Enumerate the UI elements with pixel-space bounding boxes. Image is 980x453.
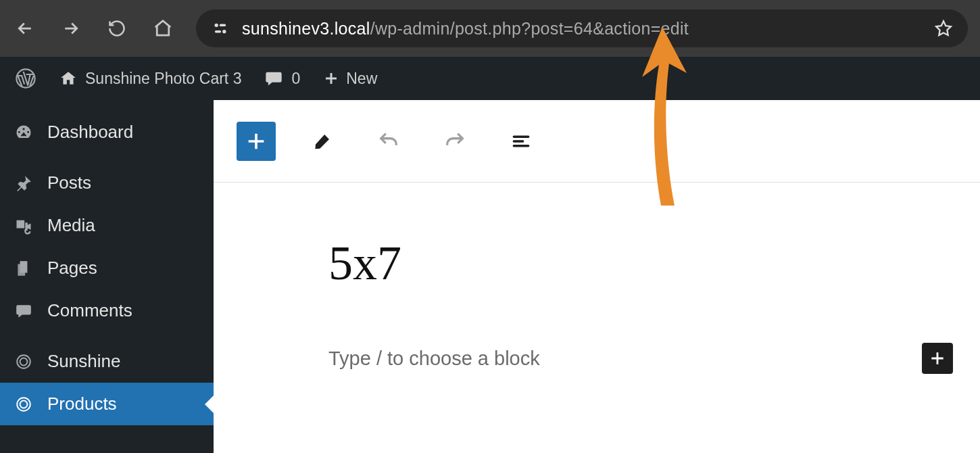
inline-add-block-button[interactable] bbox=[922, 343, 953, 374]
dashboard-icon bbox=[14, 122, 34, 143]
sidebar-item-label: Products bbox=[47, 394, 117, 414]
pages-icon bbox=[14, 258, 34, 279]
sunshine-icon bbox=[14, 352, 34, 372]
bookmark-star-icon[interactable] bbox=[934, 19, 953, 38]
browser-toolbar: sunshinev3.local/wp-admin/post.php?post=… bbox=[0, 0, 980, 57]
sidebar-item-dashboard[interactable]: Dashboard bbox=[0, 111, 214, 153]
site-name-label: Sunshine Photo Cart 3 bbox=[85, 70, 241, 88]
comments-count: 0 bbox=[291, 70, 300, 88]
sidebar-item-label: Media bbox=[47, 215, 95, 236]
sidebar-item-pages[interactable]: Pages bbox=[0, 247, 214, 289]
svg-point-0 bbox=[214, 24, 218, 27]
wp-admin-bar: Sunshine Photo Cart 3 0 New bbox=[0, 57, 980, 100]
home-button[interactable] bbox=[150, 16, 176, 41]
url-text: sunshinev3.local/wp-admin/post.php?post=… bbox=[242, 19, 922, 39]
sidebar-item-posts[interactable]: Posts bbox=[0, 162, 214, 204]
comment-icon bbox=[14, 301, 34, 321]
svg-point-6 bbox=[20, 358, 28, 365]
sidebar-item-products[interactable]: Products bbox=[0, 383, 214, 425]
sidebar-item-label: Sunshine bbox=[47, 351, 120, 372]
sidebar-item-comments[interactable]: Comments bbox=[0, 289, 214, 332]
document-overview-button[interactable] bbox=[501, 122, 541, 161]
block-inserter-button[interactable] bbox=[237, 122, 276, 161]
svg-point-7 bbox=[17, 398, 30, 411]
sidebar-item-sunshine[interactable]: Sunshine bbox=[0, 340, 214, 383]
plus-icon bbox=[323, 70, 339, 87]
sidebar-item-label: Pages bbox=[47, 258, 97, 279]
svg-point-5 bbox=[17, 355, 30, 368]
svg-rect-1 bbox=[220, 24, 226, 27]
sunshine-icon bbox=[14, 394, 34, 414]
svg-rect-3 bbox=[215, 30, 221, 33]
address-bar[interactable]: sunshinev3.local/wp-admin/post.php?post=… bbox=[196, 9, 968, 47]
block-placeholder[interactable]: Type / to choose a block bbox=[328, 343, 865, 374]
editor-canvas[interactable]: 5x7 Type / to choose a block bbox=[214, 183, 980, 453]
media-icon bbox=[14, 216, 34, 236]
back-button[interactable] bbox=[12, 16, 38, 41]
edit-tool-button[interactable] bbox=[303, 122, 342, 161]
redo-button[interactable] bbox=[435, 122, 474, 161]
reload-button[interactable] bbox=[104, 16, 130, 41]
sidebar-item-label: Posts bbox=[47, 172, 91, 193]
forward-button[interactable] bbox=[58, 16, 84, 41]
post-title[interactable]: 5x7 bbox=[328, 237, 865, 290]
pin-icon bbox=[14, 173, 34, 193]
admin-sidebar: Dashboard Posts Media Pages Comments bbox=[0, 100, 214, 453]
site-name-link[interactable]: Sunshine Photo Cart 3 bbox=[55, 70, 245, 88]
svg-point-2 bbox=[222, 30, 226, 33]
site-info-icon[interactable] bbox=[211, 19, 230, 38]
block-editor: 5x7 Type / to choose a block bbox=[214, 100, 980, 453]
svg-point-8 bbox=[20, 400, 28, 408]
comment-icon bbox=[264, 69, 283, 88]
sidebar-item-media[interactable]: Media bbox=[0, 204, 214, 247]
wp-logo[interactable] bbox=[11, 68, 41, 89]
undo-button[interactable] bbox=[369, 122, 408, 161]
editor-toolbar bbox=[214, 100, 980, 183]
new-label: New bbox=[346, 70, 377, 88]
block-placeholder-text: Type / to choose a block bbox=[328, 348, 540, 370]
home-icon bbox=[59, 70, 77, 87]
sidebar-item-label: Dashboard bbox=[47, 122, 133, 143]
comments-link[interactable]: 0 bbox=[260, 69, 304, 88]
sidebar-item-label: Comments bbox=[47, 300, 132, 321]
new-link[interactable]: New bbox=[319, 70, 381, 88]
browser-nav-buttons bbox=[12, 16, 176, 41]
